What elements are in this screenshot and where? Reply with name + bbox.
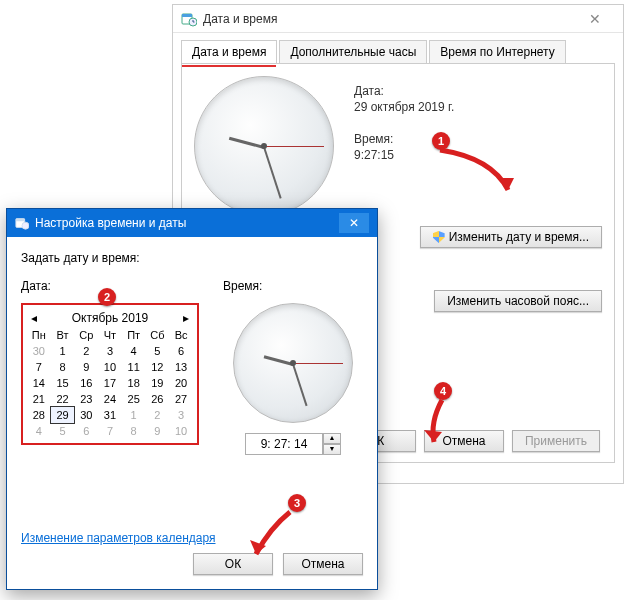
calendar-day[interactable]: 3	[98, 343, 122, 359]
bg-titlebar: Дата и время ✕	[173, 5, 623, 33]
calendar-day[interactable]: 31	[98, 407, 122, 423]
tab-date-time[interactable]: Дата и время	[181, 40, 277, 64]
time-input[interactable]	[245, 433, 323, 455]
fg-titlebar: Настройка времени и даты ✕	[7, 209, 377, 237]
calendar-day[interactable]: 2	[146, 407, 170, 423]
bg-date-value: 29 октября 2019 г.	[354, 100, 454, 114]
tab-internet-time[interactable]: Время по Интернету	[429, 40, 565, 64]
calendar-day[interactable]: 1	[122, 407, 146, 423]
bg-apply-button: Применить	[512, 430, 600, 452]
svg-point-5	[22, 222, 29, 229]
calendar-day[interactable]: 13	[169, 359, 193, 375]
calendar-day[interactable]: 18	[122, 375, 146, 391]
calendar-picker: ◂ Октябрь 2019 ▸ ПнВтСрЧтПтСбВс 30123456…	[21, 303, 199, 445]
fg-ok-button[interactable]: ОК	[193, 553, 273, 575]
calendar-day[interactable]: 22	[51, 391, 75, 407]
calendar-day[interactable]: 30	[74, 407, 98, 423]
calendar-day[interactable]: 3	[169, 407, 193, 423]
calendar-day[interactable]: 16	[74, 375, 98, 391]
bg-cancel-button[interactable]: Отмена	[424, 430, 504, 452]
calendar-day[interactable]: 19	[146, 375, 170, 391]
calendar-day[interactable]: 5	[146, 343, 170, 359]
fg-close-button[interactable]: ✕	[339, 213, 369, 233]
time-step-up[interactable]: ▲	[323, 433, 341, 444]
calendar-dow-header: Ср	[74, 327, 98, 343]
calendar-day[interactable]: 8	[122, 423, 146, 439]
change-datetime-label: Изменить дату и время...	[449, 230, 589, 244]
calendar-day[interactable]: 12	[146, 359, 170, 375]
calendar-day[interactable]: 4	[122, 343, 146, 359]
calendar-dow-header: Вт	[51, 327, 75, 343]
calendar-day[interactable]: 15	[51, 375, 75, 391]
calendar-day[interactable]: 6	[169, 343, 193, 359]
calendar-day[interactable]: 21	[27, 391, 51, 407]
analog-clock	[194, 76, 334, 216]
calendar-day[interactable]: 20	[169, 375, 193, 391]
calendar-day[interactable]: 9	[146, 423, 170, 439]
calendar-day[interactable]: 1	[51, 343, 75, 359]
fg-time-label: Время:	[223, 279, 363, 293]
shield-icon	[433, 231, 445, 243]
annotation-badge-1: 1	[432, 132, 450, 150]
calendar-dow-header: Вс	[169, 327, 193, 343]
calendar-day[interactable]: 9	[74, 359, 98, 375]
calendar-day[interactable]: 4	[27, 423, 51, 439]
calendar-day[interactable]: 25	[122, 391, 146, 407]
calendar-dow-header: Пн	[27, 327, 51, 343]
fg-title: Настройка времени и даты	[35, 216, 339, 230]
calendar-day[interactable]: 27	[169, 391, 193, 407]
fg-cancel-button[interactable]: Отмена	[283, 553, 363, 575]
calendar-day[interactable]: 5	[51, 423, 75, 439]
bg-title: Дата и время	[203, 12, 575, 26]
calendar-day[interactable]: 28	[27, 407, 51, 423]
bg-time-value: 9:27:15	[354, 148, 454, 162]
svg-rect-4	[16, 219, 25, 222]
calendar-day[interactable]: 6	[74, 423, 98, 439]
calendar-grid: ПнВтСрЧтПтСбВс 3012345678910111213141516…	[27, 327, 193, 439]
calendar-next-button[interactable]: ▸	[183, 311, 189, 325]
calendar-day[interactable]: 14	[27, 375, 51, 391]
calendar-day[interactable]: 8	[51, 359, 75, 375]
annotation-badge-3: 3	[288, 494, 306, 512]
calendar-day[interactable]: 17	[98, 375, 122, 391]
tab-additional-clocks[interactable]: Дополнительные часы	[279, 40, 427, 64]
calendar-dow-header: Чт	[98, 327, 122, 343]
change-timezone-button[interactable]: Изменить часовой пояс...	[434, 290, 602, 312]
annotation-badge-4: 4	[434, 382, 452, 400]
calendar-prev-button[interactable]: ◂	[31, 311, 37, 325]
bg-tabs: Дата и время Дополнительные часы Время п…	[173, 33, 623, 63]
calendar-day[interactable]: 10	[169, 423, 193, 439]
time-step-down[interactable]: ▼	[323, 444, 341, 455]
analog-clock-small	[233, 303, 353, 423]
calendar-dow-header: Пт	[122, 327, 146, 343]
calendar-day[interactable]: 10	[98, 359, 122, 375]
calendar-day[interactable]: 26	[146, 391, 170, 407]
calendar-day[interactable]: 24	[98, 391, 122, 407]
calendar-day[interactable]: 23	[74, 391, 98, 407]
bg-close-button[interactable]: ✕	[575, 11, 615, 27]
fg-prompt: Задать дату и время:	[21, 251, 363, 265]
calendar-dow-header: Сб	[146, 327, 170, 343]
calendar-day[interactable]: 30	[27, 343, 51, 359]
calendar-day[interactable]: 2	[74, 343, 98, 359]
calendar-day[interactable]: 29	[51, 407, 75, 423]
calendar-clock-icon	[181, 11, 197, 27]
svg-rect-1	[182, 14, 192, 17]
calendar-settings-link[interactable]: Изменение параметров календаря	[21, 531, 216, 545]
annotation-badge-2: 2	[98, 288, 116, 306]
bg-date-label: Дата:	[354, 84, 454, 98]
set-datetime-window: Настройка времени и даты ✕ Задать дату и…	[6, 208, 378, 590]
time-spinner: ▲ ▼	[223, 433, 363, 455]
calendar-day[interactable]: 7	[98, 423, 122, 439]
calendar-day[interactable]: 11	[122, 359, 146, 375]
calendar-month-year[interactable]: Октябрь 2019	[72, 311, 149, 325]
calendar-clock-icon	[15, 216, 29, 230]
calendar-day[interactable]: 7	[27, 359, 51, 375]
change-datetime-button[interactable]: Изменить дату и время...	[420, 226, 602, 248]
